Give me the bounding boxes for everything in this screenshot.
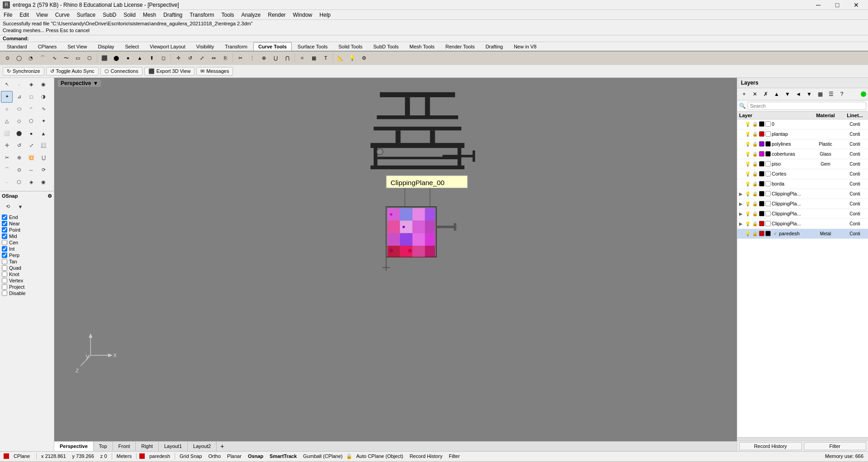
layer-color-swatch2[interactable] xyxy=(765,231,771,236)
menu-mesh[interactable]: Mesh xyxy=(139,10,160,19)
layer-row[interactable]: 💡 🔒 coberturas Glass Conti xyxy=(737,149,868,159)
layer-row[interactable]: ▶ 💡 🔒 ClippingPla... Conti xyxy=(737,199,868,209)
lt-diamond[interactable]: ◇ xyxy=(13,115,25,127)
osnap-quad-checkbox[interactable] xyxy=(2,265,7,271)
lt-select[interactable]: ↖ xyxy=(1,79,13,90)
tab-viewport-layout[interactable]: Viewport Layout xyxy=(145,42,190,51)
layer-row[interactable]: ▶ 💡 🔒 ClippingPla... Conti xyxy=(737,219,868,229)
maximize-button[interactable]: □ xyxy=(828,0,846,10)
tb-text[interactable]: T xyxy=(320,52,331,63)
layers-delete2[interactable]: ✗ xyxy=(761,89,771,99)
layer-color-swatch[interactable] xyxy=(759,131,764,137)
lt-star[interactable]: ✦ xyxy=(38,115,49,127)
menu-drafting[interactable]: Drafting xyxy=(160,10,186,19)
tab-curve-tools[interactable]: Curve Tools xyxy=(253,42,292,51)
layer-lock-icon[interactable]: 🔒 xyxy=(752,220,758,227)
tb-rotate[interactable]: ↺ xyxy=(185,52,195,63)
layer-lock-icon[interactable]: 🔒 xyxy=(752,121,758,127)
layer-row[interactable]: 💡 🔒 0 Conti xyxy=(737,119,868,129)
osnap-mid-checkbox[interactable] xyxy=(2,233,7,239)
osnap-knot-checkbox[interactable] xyxy=(2,271,7,277)
layer-label[interactable]: paredesh xyxy=(147,453,173,459)
layer-row[interactable]: 💡 🔒 plantap Conti xyxy=(737,129,868,139)
layer-lock-icon[interactable]: 🔒 xyxy=(752,161,758,167)
layer-row[interactable]: 💡 🔒 polylines Plastic Conti xyxy=(737,139,868,149)
layer-color-swatch2[interactable] xyxy=(765,191,771,196)
layer-visible-icon[interactable]: 💡 xyxy=(745,151,751,157)
layers-move-down[interactable]: ▼ xyxy=(783,89,792,99)
layers-filter-button[interactable]: Filter xyxy=(804,442,867,450)
layer-color-swatch2[interactable] xyxy=(765,141,771,147)
tab-select[interactable]: Select xyxy=(120,42,144,51)
layers-search-input[interactable] xyxy=(748,102,866,110)
osnap-project-checkbox[interactable] xyxy=(2,284,7,290)
record-history-button[interactable]: Record History xyxy=(407,453,445,459)
tab-render-tools[interactable]: Render Tools xyxy=(441,42,480,51)
tab-display[interactable]: Display xyxy=(93,42,119,51)
viewport-area[interactable]: Perspective ▼ xyxy=(54,78,737,451)
lt-sph-tool[interactable]: ● xyxy=(25,128,37,139)
tb-hatch[interactable]: ▦ xyxy=(308,52,319,63)
view-tab-layout1[interactable]: Layout1 xyxy=(159,442,188,451)
lt-control-points[interactable]: ◈ xyxy=(25,79,37,90)
layers-move-left[interactable]: ◄ xyxy=(793,89,803,99)
tb-move[interactable]: ✛ xyxy=(173,52,184,63)
layers-list-view[interactable]: ☰ xyxy=(826,89,836,99)
lt-scale-tool[interactable]: ⤢ xyxy=(25,140,37,152)
menu-edit[interactable]: Edit xyxy=(16,10,33,19)
layer-color-swatch2[interactable] xyxy=(765,201,771,206)
grid-snap-button[interactable]: Grid Snap xyxy=(177,453,205,459)
menu-subd[interactable]: SubD xyxy=(99,10,120,19)
layer-row[interactable]: 💡 🔒 Cortes Conti xyxy=(737,169,868,179)
tb-split[interactable]: ⋮ xyxy=(247,52,257,63)
close-button[interactable]: ✕ xyxy=(847,0,865,10)
tb-freeform[interactable]: 〜 xyxy=(61,52,71,63)
tb-polygon[interactable]: ⬡ xyxy=(84,52,95,63)
view-tab-right[interactable]: Right xyxy=(136,442,159,451)
layer-color-swatch2[interactable] xyxy=(765,211,771,216)
layer-color-swatch2[interactable] xyxy=(765,181,771,186)
lt-hex[interactable]: ⬡ xyxy=(25,115,37,127)
layer-lock-icon[interactable]: 🔒 xyxy=(752,200,758,207)
tb-boolean-diff[interactable]: ⋂ xyxy=(282,52,293,63)
tb-render[interactable]: 💡 xyxy=(347,52,358,63)
layer-lock-icon[interactable]: 🔒 xyxy=(752,181,758,187)
menu-solid[interactable]: Solid xyxy=(120,10,139,19)
layer-visible-icon[interactable]: 💡 xyxy=(745,131,751,137)
command-line[interactable]: Command: xyxy=(0,35,868,42)
view-tab-front[interactable]: Front xyxy=(113,442,136,451)
lt-bool[interactable]: ⋃ xyxy=(38,152,49,164)
layer-color-swatch[interactable] xyxy=(759,231,764,236)
layer-color-swatch[interactable] xyxy=(759,141,764,147)
layer-visible-icon[interactable]: 💡 xyxy=(745,191,751,197)
export-3d-view-button[interactable]: ⬛ Export 3D View xyxy=(144,67,195,76)
lt-array[interactable]: ⿴ xyxy=(38,140,49,152)
lt-curve-tool[interactable]: ∿ xyxy=(38,103,49,115)
connections-button[interactable]: ⬡ Connections xyxy=(100,67,142,76)
osnap-tan-checkbox[interactable] xyxy=(2,259,7,264)
layer-color-swatch2[interactable] xyxy=(765,151,771,157)
filter-button[interactable]: Filter xyxy=(446,453,462,459)
tb-circle[interactable]: ⊙ xyxy=(2,52,13,63)
tab-surface-tools[interactable]: Surface Tools xyxy=(293,42,332,51)
tb-dimensions[interactable]: ⌗ xyxy=(297,52,308,63)
tb-surface[interactable]: ◻ xyxy=(158,52,169,63)
layers-grid[interactable]: ▦ xyxy=(815,89,825,99)
tb-extrude[interactable]: ⬆ xyxy=(146,52,157,63)
layer-lock-icon[interactable]: 🔒 xyxy=(752,210,758,217)
tb-boolean-union[interactable]: ⋃ xyxy=(270,52,281,63)
layer-lock-icon[interactable]: 🔒 xyxy=(752,141,758,147)
minimize-button[interactable]: ─ xyxy=(809,0,827,10)
layer-color-swatch2[interactable] xyxy=(765,121,771,127)
layer-color-swatch2[interactable] xyxy=(765,221,771,226)
lt-mesh-tool[interactable]: ⬡ xyxy=(13,176,25,188)
tab-standard[interactable]: Standard xyxy=(2,42,32,51)
view-tab-add[interactable]: + xyxy=(217,442,228,451)
layer-color-swatch[interactable] xyxy=(759,221,764,226)
planar-button[interactable]: Planar xyxy=(224,453,244,459)
tab-set-view[interactable]: Set View xyxy=(62,42,92,51)
layer-color-swatch[interactable] xyxy=(759,171,764,176)
tb-curve[interactable]: ∿ xyxy=(49,52,60,63)
lt-material[interactable]: ◑ xyxy=(38,91,49,103)
tb-settings[interactable]: ⚙ xyxy=(359,52,370,63)
